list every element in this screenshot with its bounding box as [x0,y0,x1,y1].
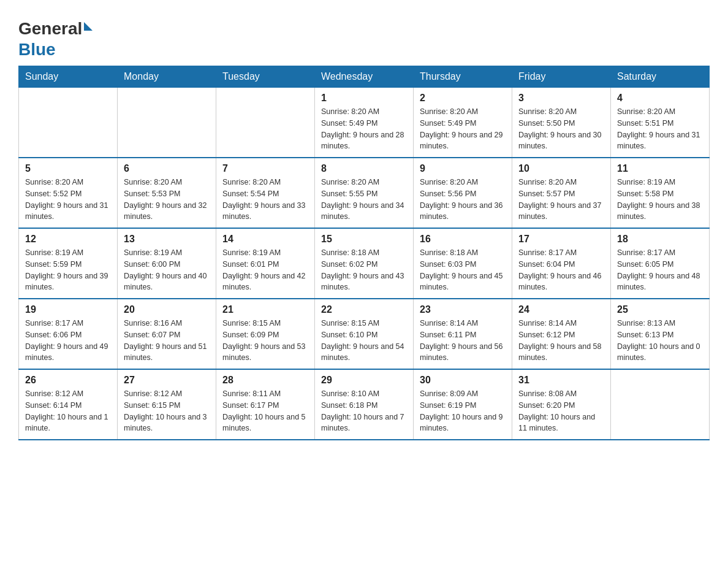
calendar-cell: 21Sunrise: 8:15 AM Sunset: 6:09 PM Dayli… [216,299,315,369]
calendar-cell: 18Sunrise: 8:17 AM Sunset: 6:05 PM Dayli… [611,228,710,299]
calendar-cell: 4Sunrise: 8:20 AM Sunset: 5:51 PM Daylig… [611,88,710,158]
calendar-cell: 29Sunrise: 8:10 AM Sunset: 6:18 PM Dayli… [315,369,414,440]
col-header-sunday: Sunday [19,66,118,88]
day-number: 26 [25,375,111,386]
day-number: 23 [420,304,506,315]
col-header-saturday: Saturday [611,66,710,88]
calendar-week-row: 12Sunrise: 8:19 AM Sunset: 5:59 PM Dayli… [19,228,710,299]
day-number: 1 [321,93,407,104]
day-info: Sunrise: 8:20 AM Sunset: 5:49 PM Dayligh… [321,106,407,152]
day-number: 22 [321,304,407,315]
day-info: Sunrise: 8:14 AM Sunset: 6:12 PM Dayligh… [518,318,604,364]
calendar-cell: 8Sunrise: 8:20 AM Sunset: 5:55 PM Daylig… [315,158,414,228]
page-header: General Blue [18,12,710,59]
day-info: Sunrise: 8:20 AM Sunset: 5:53 PM Dayligh… [124,177,210,223]
calendar-week-row: 1Sunrise: 8:20 AM Sunset: 5:49 PM Daylig… [19,88,710,158]
day-info: Sunrise: 8:17 AM Sunset: 6:05 PM Dayligh… [617,247,703,293]
day-number: 8 [321,163,407,174]
day-info: Sunrise: 8:18 AM Sunset: 6:02 PM Dayligh… [321,247,407,293]
day-number: 4 [617,93,703,104]
calendar-cell: 31Sunrise: 8:08 AM Sunset: 6:20 PM Dayli… [512,369,611,440]
calendar-cell [611,369,710,440]
calendar-cell: 2Sunrise: 8:20 AM Sunset: 5:49 PM Daylig… [414,88,512,158]
calendar-cell: 30Sunrise: 8:09 AM Sunset: 6:19 PM Dayli… [414,369,512,440]
day-info: Sunrise: 8:20 AM Sunset: 5:51 PM Dayligh… [617,106,703,152]
day-info: Sunrise: 8:08 AM Sunset: 6:20 PM Dayligh… [518,388,604,434]
calendar-cell: 6Sunrise: 8:20 AM Sunset: 5:53 PM Daylig… [118,158,216,228]
day-info: Sunrise: 8:19 AM Sunset: 6:01 PM Dayligh… [222,247,308,293]
calendar-cell: 27Sunrise: 8:12 AM Sunset: 6:15 PM Dayli… [118,369,216,440]
day-number: 15 [321,234,407,245]
day-info: Sunrise: 8:15 AM Sunset: 6:10 PM Dayligh… [321,318,407,364]
calendar-cell: 19Sunrise: 8:17 AM Sunset: 6:06 PM Dayli… [19,299,118,369]
day-info: Sunrise: 8:20 AM Sunset: 5:52 PM Dayligh… [25,177,111,223]
calendar-cell: 14Sunrise: 8:19 AM Sunset: 6:01 PM Dayli… [216,228,315,299]
day-number: 16 [420,234,506,245]
calendar-cell: 24Sunrise: 8:14 AM Sunset: 6:12 PM Dayli… [512,299,611,369]
day-info: Sunrise: 8:20 AM Sunset: 5:50 PM Dayligh… [518,106,604,152]
day-info: Sunrise: 8:16 AM Sunset: 6:07 PM Dayligh… [124,318,210,364]
day-number: 2 [420,93,506,104]
day-number: 6 [124,163,210,174]
calendar-cell: 16Sunrise: 8:18 AM Sunset: 6:03 PM Dayli… [414,228,512,299]
calendar-cell: 1Sunrise: 8:20 AM Sunset: 5:49 PM Daylig… [315,88,414,158]
calendar-cell: 15Sunrise: 8:18 AM Sunset: 6:02 PM Dayli… [315,228,414,299]
logo: General Blue [18,18,93,59]
day-info: Sunrise: 8:20 AM Sunset: 5:57 PM Dayligh… [518,177,604,223]
day-info: Sunrise: 8:17 AM Sunset: 6:04 PM Dayligh… [518,247,604,293]
calendar-cell [118,88,216,158]
day-info: Sunrise: 8:12 AM Sunset: 6:15 PM Dayligh… [124,388,210,434]
logo-line2: Blue [18,39,93,60]
calendar-cell: 10Sunrise: 8:20 AM Sunset: 5:57 PM Dayli… [512,158,611,228]
logo-general: General [18,19,82,38]
calendar-cell: 25Sunrise: 8:13 AM Sunset: 6:13 PM Dayli… [611,299,710,369]
calendar-week-row: 26Sunrise: 8:12 AM Sunset: 6:14 PM Dayli… [19,369,710,440]
calendar-cell: 23Sunrise: 8:14 AM Sunset: 6:11 PM Dayli… [414,299,512,369]
calendar-cell: 22Sunrise: 8:15 AM Sunset: 6:10 PM Dayli… [315,299,414,369]
day-number: 14 [222,234,308,245]
day-info: Sunrise: 8:10 AM Sunset: 6:18 PM Dayligh… [321,388,407,434]
calendar-cell: 9Sunrise: 8:20 AM Sunset: 5:56 PM Daylig… [414,158,512,228]
day-number: 24 [518,304,604,315]
day-number: 20 [124,304,210,315]
col-header-wednesday: Wednesday [315,66,414,88]
day-number: 12 [25,234,111,245]
calendar-cell: 11Sunrise: 8:19 AM Sunset: 5:58 PM Dayli… [611,158,710,228]
day-number: 30 [420,375,506,386]
logo-block: General Blue [18,18,93,59]
logo-line1: General [18,18,93,39]
day-number: 3 [518,93,604,104]
calendar-cell: 12Sunrise: 8:19 AM Sunset: 5:59 PM Dayli… [19,228,118,299]
day-info: Sunrise: 8:19 AM Sunset: 6:00 PM Dayligh… [124,247,210,293]
day-info: Sunrise: 8:09 AM Sunset: 6:19 PM Dayligh… [420,388,506,434]
day-number: 17 [518,234,604,245]
calendar-week-row: 5Sunrise: 8:20 AM Sunset: 5:52 PM Daylig… [19,158,710,228]
calendar-cell: 3Sunrise: 8:20 AM Sunset: 5:50 PM Daylig… [512,88,611,158]
day-info: Sunrise: 8:19 AM Sunset: 5:58 PM Dayligh… [617,177,703,223]
col-header-monday: Monday [118,66,216,88]
day-number: 7 [222,163,308,174]
calendar-cell: 5Sunrise: 8:20 AM Sunset: 5:52 PM Daylig… [19,158,118,228]
day-info: Sunrise: 8:13 AM Sunset: 6:13 PM Dayligh… [617,318,703,364]
calendar-cell [216,88,315,158]
day-number: 31 [518,375,604,386]
day-number: 13 [124,234,210,245]
calendar-table: SundayMondayTuesdayWednesdayThursdayFrid… [18,66,710,440]
calendar-cell: 7Sunrise: 8:20 AM Sunset: 5:54 PM Daylig… [216,158,315,228]
day-number: 21 [222,304,308,315]
day-info: Sunrise: 8:19 AM Sunset: 5:59 PM Dayligh… [25,247,111,293]
day-number: 9 [420,163,506,174]
day-info: Sunrise: 8:14 AM Sunset: 6:11 PM Dayligh… [420,318,506,364]
logo-triangle-icon [84,22,93,31]
day-info: Sunrise: 8:20 AM Sunset: 5:56 PM Dayligh… [420,177,506,223]
day-info: Sunrise: 8:20 AM Sunset: 5:49 PM Dayligh… [420,106,506,152]
col-header-friday: Friday [512,66,611,88]
calendar-cell: 13Sunrise: 8:19 AM Sunset: 6:00 PM Dayli… [118,228,216,299]
day-number: 29 [321,375,407,386]
day-info: Sunrise: 8:20 AM Sunset: 5:54 PM Dayligh… [222,177,308,223]
calendar-cell: 26Sunrise: 8:12 AM Sunset: 6:14 PM Dayli… [19,369,118,440]
day-number: 19 [25,304,111,315]
calendar-header-row: SundayMondayTuesdayWednesdayThursdayFrid… [19,66,710,88]
day-number: 10 [518,163,604,174]
calendar-cell: 17Sunrise: 8:17 AM Sunset: 6:04 PM Dayli… [512,228,611,299]
